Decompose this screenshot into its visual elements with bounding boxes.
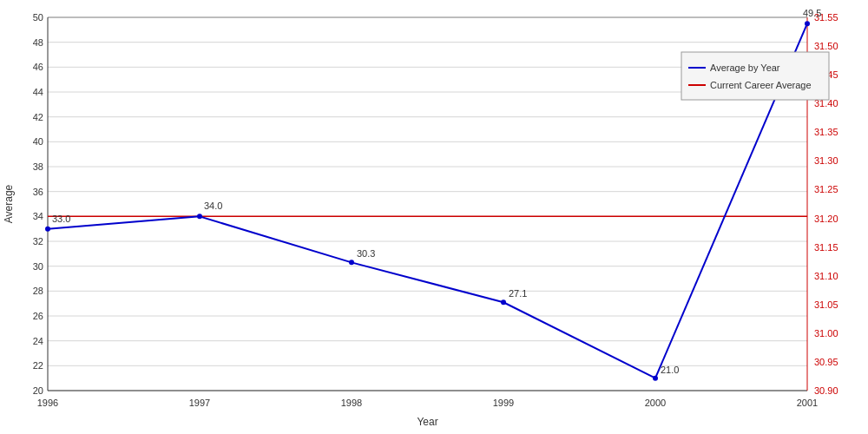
svg-text:2000: 2000 [645, 398, 666, 408]
svg-text:31.30: 31.30 [814, 155, 838, 166]
svg-text:40: 40 [33, 136, 43, 147]
svg-text:34.0: 34.0 [204, 201, 222, 211]
svg-text:1998: 1998 [341, 398, 362, 408]
svg-line-60 [352, 262, 503, 302]
svg-text:20: 20 [33, 385, 43, 396]
main-chart: 2022242628303234363840424446485030.9030.… [0, 0, 868, 434]
svg-line-59 [200, 216, 352, 262]
svg-text:26: 26 [33, 311, 43, 321]
svg-text:31.25: 31.25 [814, 184, 838, 194]
svg-text:33.0: 33.0 [52, 214, 70, 224]
svg-text:46: 46 [33, 62, 43, 72]
svg-text:38: 38 [33, 161, 43, 172]
svg-text:36: 36 [33, 187, 43, 197]
svg-text:34: 34 [33, 211, 43, 221]
svg-text:31.35: 31.35 [814, 127, 838, 137]
svg-text:31.15: 31.15 [814, 242, 838, 253]
svg-text:31.05: 31.05 [814, 299, 838, 310]
svg-text:31.10: 31.10 [814, 271, 838, 281]
svg-text:Year: Year [417, 416, 437, 428]
svg-text:49.5: 49.5 [803, 8, 821, 18]
svg-text:31.50: 31.50 [814, 41, 838, 51]
svg-text:24: 24 [33, 336, 43, 346]
svg-text:22: 22 [33, 360, 43, 371]
svg-point-65 [197, 214, 202, 219]
svg-rect-75 [681, 52, 829, 100]
svg-point-71 [653, 376, 658, 381]
svg-text:44: 44 [33, 87, 43, 97]
svg-text:31.20: 31.20 [814, 214, 838, 224]
svg-text:28: 28 [33, 286, 43, 296]
svg-text:1996: 1996 [37, 398, 58, 408]
svg-text:32: 32 [33, 236, 43, 247]
svg-text:30: 30 [33, 261, 43, 272]
svg-text:31.00: 31.00 [814, 328, 838, 339]
svg-point-67 [349, 260, 354, 265]
svg-text:Average by Year: Average by Year [710, 62, 780, 73]
svg-text:Average: Average [3, 184, 15, 223]
svg-point-63 [45, 227, 50, 232]
svg-line-61 [503, 302, 655, 378]
svg-text:30.3: 30.3 [357, 248, 375, 259]
svg-text:Current Career Average: Current Career Average [710, 80, 812, 90]
svg-point-73 [805, 21, 810, 26]
svg-text:48: 48 [33, 37, 43, 48]
svg-text:2001: 2001 [797, 398, 818, 408]
svg-text:42: 42 [33, 112, 43, 122]
svg-text:21.0: 21.0 [661, 365, 679, 375]
svg-text:50: 50 [33, 12, 43, 23]
svg-text:27.1: 27.1 [509, 288, 527, 299]
svg-text:1999: 1999 [493, 398, 514, 408]
chart-container: 2022242628303234363840424446485030.9030.… [0, 0, 868, 434]
svg-text:30.90: 30.90 [814, 385, 838, 396]
svg-text:1997: 1997 [189, 398, 210, 408]
svg-text:30.95: 30.95 [814, 357, 838, 367]
svg-point-69 [501, 299, 506, 305]
